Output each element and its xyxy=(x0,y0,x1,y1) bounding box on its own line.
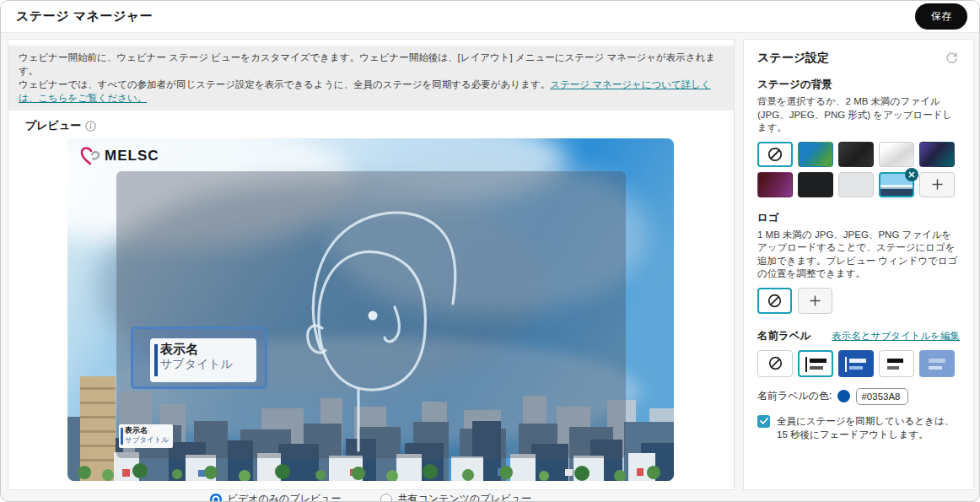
background-description: 背景を選択するか、2 MB 未満のファイル (JPG、JPEG、PNG 形式) … xyxy=(757,95,960,135)
radio-shared-content-label: 共有コンテンツのプレビュー xyxy=(398,492,532,502)
add-logo-button[interactable] xyxy=(798,288,832,314)
radio-video-only-label: ビデオのみのプレビュー xyxy=(228,492,342,502)
banner-line2: ウェビナーでは、すべての参加者が同じステージ設定を表示できるように、全員のステー… xyxy=(19,79,550,89)
banner-line1: ウェビナー開始前に、ウェビナー ステージ ビューをカスタマイズできます。ウェビナ… xyxy=(19,51,724,78)
label-color-label: 名前ラベルの色: xyxy=(757,389,832,403)
label-style-filled-dark[interactable] xyxy=(838,350,874,377)
label-style-none[interactable] xyxy=(757,350,793,377)
label-color-swatch[interactable] xyxy=(837,390,850,402)
radio-video-only[interactable]: ビデオのみのプレビュー xyxy=(210,492,342,502)
background-heading: ステージの背景 xyxy=(757,78,960,92)
background-option-black[interactable] xyxy=(798,172,833,197)
melsc-heart-icon xyxy=(79,146,101,166)
save-button[interactable]: 保存 xyxy=(915,3,967,30)
add-background-button[interactable] xyxy=(919,172,955,197)
name-label-small: 表示名 サブタイトル xyxy=(119,424,173,448)
logo-description: 1 MB 未満の JPG、JPEG、PNG ファイルをアップロードすることで、ス… xyxy=(757,229,960,281)
radio-selected-icon[interactable] xyxy=(210,494,222,502)
background-option-light-gray[interactable] xyxy=(838,172,874,197)
remove-background-icon[interactable] xyxy=(905,168,918,181)
page-title: ステージ マネージャー xyxy=(16,8,153,24)
edit-display-name-link[interactable]: 表示名とサブタイトルを編集 xyxy=(832,330,960,343)
subtitle-text-small: サブタイトル xyxy=(125,435,170,445)
stage-manager-page: ステージ マネージャー 保存 ウェビナー開始前に、ウェビナー ステージ ビューを… xyxy=(0,0,980,502)
name-label-drag-frame[interactable]: 表示名 サブタイトル xyxy=(131,327,267,389)
logo-option-none[interactable] xyxy=(757,288,792,314)
name-label-heading: 名前ラベル xyxy=(757,329,810,343)
label-style-plain[interactable] xyxy=(879,350,914,377)
name-label-style-options xyxy=(757,350,960,377)
no-background-icon xyxy=(767,147,783,162)
display-name-text: 表示名 xyxy=(160,342,251,357)
info-banner: ウェビナー開始前に、ウェビナー ステージ ビューをカスタマイズできます。ウェビナ… xyxy=(8,46,734,111)
background-option-purple-teal[interactable] xyxy=(919,142,955,167)
background-option-light-silk[interactable] xyxy=(879,142,914,167)
background-options xyxy=(757,142,960,197)
refresh-icon[interactable] xyxy=(944,50,960,66)
top-bar: ステージ マネージャー 保存 xyxy=(1,1,979,33)
sync-fadeout-label: 全員にステージを同期しているときは、15 秒後にフェードアウトします。 xyxy=(777,414,960,441)
background-option-blue-green[interactable] xyxy=(798,142,833,167)
plus-icon xyxy=(809,294,821,307)
check-icon xyxy=(760,418,768,424)
stage-logo[interactable]: MELSC xyxy=(79,146,159,166)
label-color-input[interactable] xyxy=(856,388,908,405)
display-name-text-small: 表示名 xyxy=(125,426,170,435)
background-option-city-selected[interactable] xyxy=(879,172,914,197)
radio-unselected-icon[interactable] xyxy=(380,494,392,502)
label-style-filled-steel[interactable] xyxy=(919,350,955,377)
subtitle-text: サブタイトル xyxy=(160,357,251,371)
background-option-red-purple[interactable] xyxy=(757,172,793,197)
label-style-left-bar-selected[interactable] xyxy=(798,350,833,377)
no-logo-icon xyxy=(767,294,782,308)
no-label-icon xyxy=(768,356,783,370)
preview-mode-radios: ビデオのみのプレビュー 共有コンテンツのプレビュー xyxy=(67,492,674,502)
settings-title: ステージ設定 xyxy=(757,51,829,66)
preview-heading: プレビュー xyxy=(25,118,81,133)
stage-preview[interactable]: MELSC 表示名 サブタイトル 表示名 サブタイトル xyxy=(67,138,674,481)
stage-settings-panel: ステージ設定 ステージの背景 背景を選択するか、2 MB 未満のファイル (JP… xyxy=(743,39,974,490)
logo-options xyxy=(757,288,960,314)
name-label-preview: 表示名 サブタイトル xyxy=(150,338,256,382)
preview-card: ウェビナー開始前に、ウェビナー ステージ ビューをカスタマイズできます。ウェビナ… xyxy=(8,39,735,490)
radio-shared-content[interactable]: 共有コンテンツのプレビュー xyxy=(380,492,532,502)
sync-fadeout-checkbox[interactable] xyxy=(757,415,770,428)
background-option-dark-wave[interactable] xyxy=(838,142,874,167)
info-icon[interactable] xyxy=(85,121,96,132)
plus-icon xyxy=(931,178,944,191)
logo-heading: ロゴ xyxy=(757,211,960,225)
logo-text: MELSC xyxy=(105,148,159,165)
background-option-none[interactable] xyxy=(757,142,793,167)
